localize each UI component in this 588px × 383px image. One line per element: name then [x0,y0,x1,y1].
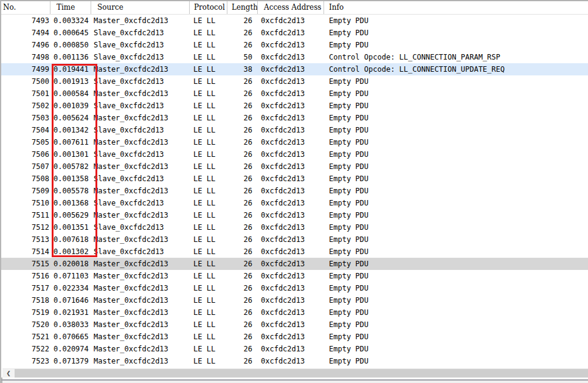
column-header-source[interactable]: Source [91,1,190,14]
table-row[interactable]: 75090.005578Master_0xcfdc2d13LE LL260xcf… [1,185,588,197]
cell-time: 0.020974 [50,343,91,355]
cell-length: 26 [227,331,258,343]
cell-length: 26 [227,197,258,209]
cell-protocol: LE LL [190,39,227,51]
cell-protocol: LE LL [190,112,227,124]
table-row[interactable]: 75200.038033Master_0xcfdc2d13LE LL260xcf… [1,319,588,331]
cell-length: 38 [227,63,258,75]
table-row[interactable]: 75000.001913Slave_0xcfdc2d13LE LL260xcfd… [1,75,588,88]
cell-protocol: LE LL [190,88,227,100]
table-row[interactable]: 75040.001342Slave_0xcfdc2d13LE LL260xcfd… [1,124,588,136]
scroll-left-button[interactable]: ❮ [2,369,15,378]
column-header-access[interactable]: Access Address [258,1,324,14]
cell-length: 26 [227,343,258,355]
cell-time: 0.001342 [50,124,91,136]
table-row[interactable]: 75120.001351Slave_0xcfdc2d13LE LL260xcfd… [1,221,588,233]
table-row[interactable]: 75190.021931Master_0xcfdc2d13LE LL260xcf… [1,306,588,319]
cell-length: 26 [227,185,258,197]
table-row[interactable]: 75080.001358Slave_0xcfdc2d13LE LL260xcfd… [1,173,588,185]
table-row[interactable]: 74930.003324Master_0xcfdc2d13LE LL260xcf… [1,15,588,27]
table-row[interactable]: 75180.071646Master_0xcfdc2d13LE LL260xcf… [1,294,588,306]
cell-source: Master_0xcfdc2d13 [91,136,190,148]
table-row[interactable]: 75140.001302Slave_0xcfdc2d13LE LL260xcfd… [1,246,588,258]
cell-no: 7516 [1,270,50,282]
cell-info: Empty PDU [324,270,588,282]
cell-source: Master_0xcfdc2d13 [91,319,190,331]
cell-protocol: LE LL [190,148,227,160]
column-header-protocol[interactable]: Protocol [190,1,227,14]
table-row[interactable]: 75230.071379Master_0xcfdc2d13LE LL260xcf… [1,355,588,367]
cell-info: Empty PDU [324,39,588,51]
table-row[interactable]: 74960.000850Slave_0xcfdc2d13LE LL260xcfd… [1,39,588,51]
cell-source: Master_0xcfdc2d13 [91,294,190,306]
table-row[interactable]: 74980.001136Slave_0xcfdc2d13LE LL500xcfd… [1,51,588,63]
table-row[interactable]: 75060.001301Slave_0xcfdc2d13LE LL260xcfd… [1,148,588,160]
cell-time: 0.005629 [50,209,91,221]
cell-length: 26 [227,27,258,39]
table-row[interactable]: 75160.071103Master_0xcfdc2d13LE LL260xcf… [1,270,588,282]
cell-no: 7512 [1,221,50,233]
column-header-info[interactable]: Info [324,1,588,14]
table-row[interactable]: 75150.020018Master_0xcfdc2d13LE LL260xcf… [1,258,588,270]
cell-info: Empty PDU [324,331,588,343]
cell-access: 0xcfdc2d13 [258,112,324,124]
cell-protocol: LE LL [190,306,227,319]
table-row[interactable]: 75130.007618Master_0xcfdc2d13LE LL260xcf… [1,233,588,246]
scrollbar-track[interactable] [15,369,588,378]
cell-no: 7511 [1,209,50,221]
cell-info: Empty PDU [324,306,588,319]
table-row[interactable]: 75170.022334Master_0xcfdc2d13LE LL260xcf… [1,282,588,294]
table-row[interactable]: 75020.001039Slave_0xcfdc2d13LE LL260xcfd… [1,100,588,112]
cell-time: 0.071103 [50,270,91,282]
table-row[interactable]: 75100.001368Slave_0xcfdc2d13LE LL260xcfd… [1,197,588,209]
cell-info: Empty PDU [324,185,588,197]
cell-length: 26 [227,233,258,246]
column-header-no[interactable]: No. [1,1,50,14]
cell-time: 0.019441 [50,63,91,75]
column-header-time[interactable]: Time [50,1,91,14]
cell-source: Master_0xcfdc2d13 [91,112,190,124]
cell-access: 0xcfdc2d13 [258,246,324,258]
cell-info: Empty PDU [324,124,588,136]
table-row[interactable]: 75050.007611Master_0xcfdc2d13LE LL260xcf… [1,136,588,148]
cell-time: 0.005624 [50,112,91,124]
cell-source: Master_0xcfdc2d13 [91,185,190,197]
cell-info: Empty PDU [324,355,588,367]
table-row[interactable]: 75210.070665Master_0xcfdc2d13LE LL260xcf… [1,331,588,343]
cell-access: 0xcfdc2d13 [258,355,324,367]
cell-protocol: LE LL [190,209,227,221]
table-row[interactable]: 74990.019441Master_0xcfdc2d13LE LL380xcf… [1,63,588,75]
cell-length: 26 [227,258,258,270]
cell-source: Slave_0xcfdc2d13 [91,124,190,136]
cell-length: 26 [227,294,258,306]
horizontal-scrollbar[interactable]: ❮ [2,368,588,378]
cell-access: 0xcfdc2d13 [258,306,324,319]
cell-access: 0xcfdc2d13 [258,39,324,51]
cell-access: 0xcfdc2d13 [258,258,324,270]
table-row[interactable]: 75070.005782Master_0xcfdc2d13LE LL260xcf… [1,160,588,173]
table-row[interactable]: 74940.000645Slave_0xcfdc2d13LE LL260xcfd… [1,27,588,39]
cell-protocol: LE LL [190,124,227,136]
table-row[interactable]: 75220.020974Master_0xcfdc2d13LE LL260xcf… [1,343,588,355]
cell-no: 7503 [1,112,50,124]
cell-no: 7519 [1,306,50,319]
cell-info: Empty PDU [324,258,588,270]
cell-access: 0xcfdc2d13 [258,185,324,197]
cell-time: 0.005578 [50,185,91,197]
cell-length: 26 [227,112,258,124]
cell-no: 7520 [1,319,50,331]
cell-access: 0xcfdc2d13 [258,319,324,331]
cell-info: Empty PDU [324,197,588,209]
cell-protocol: LE LL [190,343,227,355]
column-header-length[interactable]: Length [227,1,258,14]
table-row[interactable]: 75110.005629Master_0xcfdc2d13LE LL260xcf… [1,209,588,221]
cell-time: 0.038033 [50,319,91,331]
cell-info: Empty PDU [324,209,588,221]
table-row[interactable]: 75030.005624Master_0xcfdc2d13LE LL260xcf… [1,112,588,124]
cell-time: 0.007611 [50,136,91,148]
cell-length: 26 [227,160,258,173]
table-row[interactable]: 75010.000584Master_0xcfdc2d13LE LL260xcf… [1,88,588,100]
cell-no: 7521 [1,331,50,343]
cell-time: 0.007618 [50,233,91,246]
cell-no: 7518 [1,294,50,306]
